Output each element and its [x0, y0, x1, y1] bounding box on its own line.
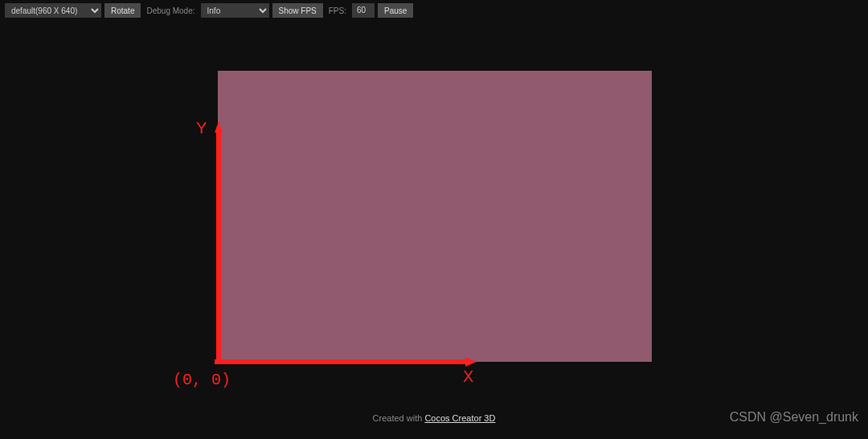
footer-text: Created with	[373, 413, 425, 423]
rotate-button[interactable]: Rotate	[104, 3, 141, 18]
show-fps-button[interactable]: Show FPS	[272, 3, 323, 18]
x-axis-label: X	[463, 367, 473, 386]
debug-mode-label: Debug Mode:	[146, 6, 194, 15]
pause-button[interactable]: Pause	[378, 3, 413, 18]
game-canvas	[218, 71, 652, 362]
resolution-select[interactable]: default(960 X 640)	[5, 3, 101, 18]
fps-value: 60	[352, 3, 375, 18]
fps-label: FPS:	[329, 6, 346, 15]
toolbar: default(960 X 640) Rotate Debug Mode: In…	[0, 0, 868, 21]
svg-marker-1	[215, 121, 223, 133]
x-axis-arrow-icon	[215, 357, 477, 371]
y-axis-label: Y	[196, 119, 207, 137]
svg-marker-3	[465, 357, 477, 367]
debug-mode-select[interactable]: Info	[201, 3, 269, 18]
cocos-creator-link[interactable]: Cocos Creator 3D	[424, 413, 495, 423]
origin-label: (0, 0)	[173, 371, 231, 389]
y-axis-arrow-icon	[215, 121, 229, 364]
watermark: CSDN @Seven_drunk	[730, 410, 858, 425]
